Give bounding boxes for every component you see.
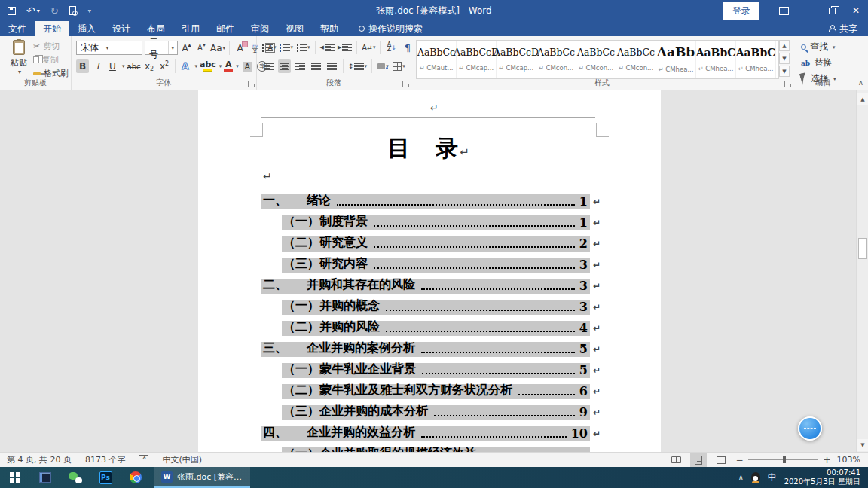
grow-font-button[interactable]: A▴ xyxy=(180,41,193,55)
zoom-in-button[interactable]: + xyxy=(823,455,830,465)
ime-indicator[interactable]: 中 xyxy=(768,471,777,484)
toc-row[interactable]: （一）并购的概念3↵ xyxy=(261,300,601,321)
tab-help[interactable]: 帮助 xyxy=(312,21,347,36)
redo-icon[interactable]: ↻ xyxy=(50,3,59,18)
font-name-combo[interactable]: 宋体▾ xyxy=(76,41,142,55)
floating-assistant-ball[interactable] xyxy=(798,416,822,441)
toc-row[interactable]: （一）蒙牛乳业企业背景5↵ xyxy=(261,363,601,384)
bullets-button[interactable]: ▾ xyxy=(262,41,277,54)
font-size-combo[interactable]: 二号▾ xyxy=(145,41,178,55)
zoom-out-button[interactable]: − xyxy=(735,455,743,465)
toc-row[interactable]: 二、并购和其存在的风险3↵ xyxy=(261,279,601,300)
undo-icon[interactable]: ↶▾ xyxy=(26,3,40,18)
toc-row[interactable]: 三、企业并购的案例分析5↵ xyxy=(261,342,601,363)
clipboard-dialog-launcher-icon[interactable] xyxy=(63,81,69,87)
style-card[interactable]: AaBbC↵ CMhea... xyxy=(696,41,736,78)
tab-review[interactable]: 审阅 xyxy=(243,21,277,36)
shading-button[interactable]: ▾ xyxy=(377,59,390,73)
paste-dropdown-icon[interactable]: ▾ xyxy=(18,69,21,75)
customize-qat-icon[interactable]: ▿ xyxy=(87,3,91,18)
vertical-scrollbar[interactable]: ▲ ▼ xyxy=(856,90,868,452)
numbering-button[interactable]: ▾ xyxy=(280,41,294,54)
tell-me-search[interactable]: 操作说明搜索 xyxy=(351,21,430,36)
change-case-button[interactable]: Aa▾ xyxy=(210,41,225,55)
strikethrough-button[interactable]: abc xyxy=(127,59,141,73)
restore-button[interactable] xyxy=(820,0,844,21)
photoshop-icon[interactable]: Ps xyxy=(90,467,121,488)
tray-expand-icon[interactable]: ∧ xyxy=(738,474,744,481)
chevron-down-icon[interactable]: ▾ xyxy=(102,41,112,54)
replace-button[interactable]: ab替换 xyxy=(801,56,836,69)
increase-indent-button[interactable]: ▶ xyxy=(338,41,352,54)
style-card[interactable]: AaBb↵ CMhea... xyxy=(656,41,696,78)
align-right-button[interactable] xyxy=(294,59,307,73)
ribbon-display-options-icon[interactable]: ⌃ xyxy=(772,0,796,21)
styles-more-icon[interactable]: ▼ xyxy=(779,66,790,77)
asian-layout-button[interactable]: A⇄▾ xyxy=(362,41,375,54)
distribute-button[interactable] xyxy=(326,59,338,73)
paragraph-dialog-launcher-icon[interactable] xyxy=(402,81,408,87)
borders-button[interactable]: ▾ xyxy=(393,59,405,73)
character-shading-button[interactable]: A xyxy=(241,59,254,73)
toc-row[interactable]: （三）企业并购的成本分析9↵ xyxy=(261,405,601,426)
toc-row[interactable]: （二）并购的风险4↵ xyxy=(261,321,601,342)
chevron-down-icon[interactable]: ▾ xyxy=(168,41,177,54)
text-highlight-button[interactable]: abc xyxy=(200,59,216,73)
zoom-slider-thumb[interactable] xyxy=(783,456,786,463)
subscript-button[interactable]: x2 xyxy=(143,59,156,73)
style-card[interactable]: AaBbCcD↵ CMcap... xyxy=(497,41,536,78)
cut-button[interactable]: ✂剪切 xyxy=(33,41,69,52)
style-card[interactable]: AaBbC↵ CMhea... xyxy=(736,41,776,78)
word-task-button[interactable]: W 张雨.doc [兼容模... xyxy=(154,467,250,488)
taskbar-app-window-icon[interactable] xyxy=(30,467,60,488)
word-count[interactable]: 8173 个字 xyxy=(78,454,133,465)
save-icon[interactable] xyxy=(8,3,16,18)
font-color-button[interactable]: A xyxy=(224,59,233,73)
toc-row[interactable]: （二）研究意义2↵ xyxy=(261,236,601,258)
toc-row[interactable]: （二）蒙牛乳业及雅士利双方财务状况分析6↵ xyxy=(261,384,601,405)
line-spacing-button[interactable]: ↕▾ xyxy=(348,59,367,73)
find-button[interactable]: 查找▾ xyxy=(801,41,836,53)
scroll-up-icon[interactable]: ▲ xyxy=(857,93,868,105)
multilevel-list-button[interactable]: ▾ xyxy=(296,41,310,54)
zoom-percentage[interactable]: 103% xyxy=(837,455,860,465)
underline-button[interactable]: U xyxy=(106,59,119,73)
toc-row[interactable]: 一、绪论1↵ xyxy=(261,194,601,215)
sign-in-button[interactable]: 登录 xyxy=(723,2,760,20)
clock[interactable]: 00:07:41 2020年5月3日 星期日 xyxy=(784,468,860,486)
shrink-font-button[interactable]: A▾ xyxy=(195,41,208,55)
font-dialog-launcher-icon[interactable] xyxy=(248,81,254,87)
document-page[interactable]: ↵ 目 录↵ ↵ 一、绪论1↵ （一）制度背景1↵ （二）研究意义2↵ （三）研… xyxy=(198,90,661,452)
decrease-indent-button[interactable]: ◀ xyxy=(320,41,335,54)
read-mode-icon[interactable] xyxy=(668,453,684,467)
tab-home[interactable]: 开始 xyxy=(35,21,69,36)
proofing-icon[interactable] xyxy=(132,455,155,465)
qq-icon[interactable] xyxy=(751,472,760,483)
zoom-slider[interactable] xyxy=(748,459,818,460)
tab-file[interactable]: 文件 xyxy=(0,21,35,36)
collapse-ribbon-icon[interactable]: ∧ xyxy=(858,78,863,87)
print-preview-icon[interactable] xyxy=(69,3,76,18)
superscript-button[interactable]: x2 xyxy=(158,59,171,73)
scrollbar-thumb[interactable] xyxy=(858,238,867,259)
tab-insert[interactable]: 插入 xyxy=(69,21,104,36)
style-card[interactable]: AaBbCcD↵ CMcap... xyxy=(457,41,497,78)
tab-references[interactable]: 引用 xyxy=(173,21,208,36)
language-indicator[interactable]: 中文(中国) xyxy=(155,454,209,465)
align-center-button[interactable] xyxy=(278,59,291,73)
justify-button[interactable] xyxy=(310,59,322,73)
close-button[interactable]: ✕ xyxy=(844,0,868,21)
wechat-icon[interactable] xyxy=(60,467,90,488)
italic-button[interactable]: I xyxy=(91,59,104,73)
toc-row[interactable]: （三）研究内容3↵ xyxy=(261,258,601,279)
print-layout-icon[interactable] xyxy=(690,453,707,467)
sort-button[interactable]: AZ↓ xyxy=(385,41,398,54)
page-indicator[interactable]: 第 4 页, 共 20 页 xyxy=(0,454,78,465)
style-card[interactable]: AaBbCc↵ CMcon... xyxy=(576,41,616,78)
style-card[interactable]: AaBbCc↵ CMcon... xyxy=(616,41,656,78)
align-left-button[interactable] xyxy=(262,59,275,73)
style-card[interactable]: AaBbCc↵ CMaut... xyxy=(417,41,457,78)
bold-button[interactable]: B xyxy=(76,59,89,73)
chrome-icon[interactable] xyxy=(121,467,151,488)
copy-button[interactable]: 复制 xyxy=(33,54,69,66)
